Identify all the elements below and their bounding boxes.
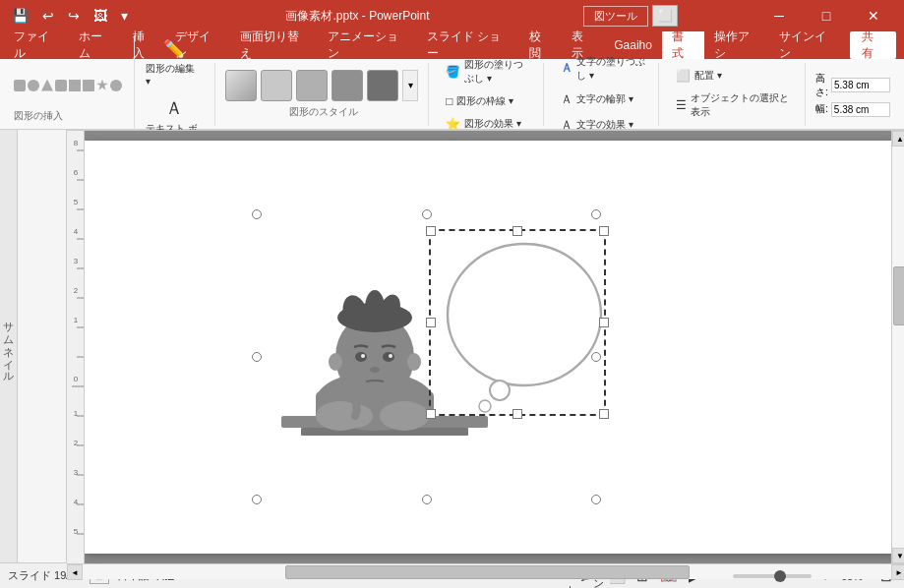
menu-help[interactable]: 操作アシ xyxy=(704,31,769,59)
scroll-left-button[interactable]: ◄ xyxy=(67,564,83,580)
svg-rect-69 xyxy=(390,406,424,421)
thumbnail-panel xyxy=(18,130,67,562)
close-button[interactable]: ✕ xyxy=(851,0,896,31)
handle-ml[interactable] xyxy=(252,352,262,362)
slide-canvas[interactable] xyxy=(85,131,891,563)
handle-tr[interactable] xyxy=(591,209,601,219)
svg-point-75 xyxy=(355,352,367,362)
content-area: 16 14 12 10 8 6 4 2 0 2 4 6 8 10 12 14 1… xyxy=(67,130,904,562)
titlebar-left: 💾 ↩ ↪ 🖼 ▾ xyxy=(8,4,132,28)
menu-transitions[interactable]: 画面切り替え xyxy=(230,31,318,59)
toolbar-group-wordart: Ａ 文字の塗りつぶし ▾ Ａ 文字の輪郭 ▾ Ａ 文字の効果 ▾ xyxy=(548,63,659,126)
menu-signin[interactable]: サインイン xyxy=(769,31,846,59)
handle-bm[interactable] xyxy=(422,495,432,504)
dropdown-icon[interactable]: ▾ xyxy=(117,4,132,28)
help-window-icon[interactable]: ⬜ xyxy=(652,5,678,27)
style-preset-2[interactable] xyxy=(261,70,292,101)
bubble-handle-ml[interactable] xyxy=(426,318,436,327)
bubble-handle-tm[interactable] xyxy=(512,226,522,236)
svg-point-84 xyxy=(490,381,510,400)
scroll-thumb-horizontal[interactable] xyxy=(285,565,690,579)
scroll-right-button[interactable]: ► xyxy=(891,564,904,580)
width-label: 幅: xyxy=(815,102,828,116)
bubble-handle-tr[interactable] xyxy=(599,226,609,236)
toolbar-group-size: 高さ: 幅: xyxy=(810,63,896,126)
svg-text:5: 5 xyxy=(74,198,79,206)
shape-outline-button[interactable]: □ 図形の枠線 ▾ xyxy=(439,91,537,111)
svg-text:0: 0 xyxy=(74,375,79,383)
svg-point-77 xyxy=(361,354,365,358)
menu-animations[interactable]: アニメーション xyxy=(318,31,417,59)
bubble-handle-bm[interactable] xyxy=(512,409,522,419)
svg-point-76 xyxy=(383,352,394,362)
selection-pane-button[interactable]: ☰ オブジェクトの選択と表示 xyxy=(669,88,799,122)
thought-bubble-container[interactable] xyxy=(429,229,606,416)
arrange-button[interactable]: ⬜ 配置 ▾ xyxy=(669,66,799,86)
menu-share[interactable]: 共有 xyxy=(850,31,896,59)
svg-text:3: 3 xyxy=(74,257,79,265)
bubble-handle-br[interactable] xyxy=(599,409,609,419)
titlebar: 💾 ↩ ↪ 🖼 ▾ 画像素材.pptx - PowerPoint 図ツール ⬜ … xyxy=(0,0,904,31)
main-row: 8 6 5 4 3 2 1 0 1 2 3 4 5 xyxy=(67,131,904,563)
scroll-thumb-vertical[interactable] xyxy=(893,266,904,325)
svg-point-78 xyxy=(389,354,392,358)
zu-tools-tab[interactable]: 図ツール xyxy=(583,6,648,27)
toolbar-group-arrange: ⬜ 配置 ▾ ☰ オブジェクトの選択と表示 xyxy=(663,63,806,126)
style-preset-3[interactable] xyxy=(296,70,328,101)
width-input[interactable] xyxy=(831,102,890,117)
titlebar-controls: ─ □ ✕ xyxy=(756,0,896,31)
bubble-handle-tl[interactable] xyxy=(426,226,436,236)
titlebar-title: 画像素材.pptx - PowerPoint xyxy=(132,8,583,25)
maximize-button[interactable]: □ xyxy=(804,0,849,31)
svg-text:1: 1 xyxy=(74,316,79,324)
svg-point-79 xyxy=(370,367,380,373)
height-label: 高さ: xyxy=(815,72,828,99)
text-fill-button[interactable]: Ａ 文字の塗りつぶし ▾ xyxy=(554,52,652,86)
style-preset-1[interactable] xyxy=(225,70,257,101)
height-input[interactable] xyxy=(831,78,890,92)
svg-text:8: 8 xyxy=(74,139,79,147)
undo-icon[interactable]: ↩ xyxy=(38,4,58,28)
zoom-thumb[interactable] xyxy=(774,570,786,582)
save-icon[interactable]: 💾 xyxy=(8,4,32,28)
scroll-up-button[interactable]: ▲ xyxy=(892,131,904,147)
toolbar-area: 図形の挿入 ✏️ 図形の編集 ▾ Ａ テキスト ボックス xyxy=(0,59,904,130)
redo-icon[interactable]: ↪ xyxy=(64,4,84,28)
svg-text:4: 4 xyxy=(74,498,79,506)
bubble-handle-bl[interactable] xyxy=(426,409,436,419)
main-area: サムネイル xyxy=(0,130,904,562)
scroll-track-vertical[interactable] xyxy=(892,147,904,548)
style-preset-5[interactable] xyxy=(367,70,398,101)
handle-tm[interactable] xyxy=(422,209,432,219)
svg-point-74 xyxy=(365,290,385,325)
scroll-down-button[interactable]: ▼ xyxy=(892,548,904,563)
svg-point-80 xyxy=(329,353,342,371)
toolbar-group-fill: 🪣 図形の塗りつぶし ▾ □ 図形の枠線 ▾ ⭐ 図形の効果 ▾ xyxy=(433,63,544,126)
svg-point-85 xyxy=(479,400,491,412)
handle-br[interactable] xyxy=(591,495,601,504)
text-outline-button[interactable]: Ａ 文字の輪郭 ▾ xyxy=(554,88,652,111)
shape-fill-button[interactable]: 🪣 図形の塗りつぶし ▾ xyxy=(439,55,537,88)
toolbar-group-style: ▾ 図形のスタイル xyxy=(219,63,429,126)
style-more-button[interactable]: ▾ xyxy=(402,70,418,101)
svg-text:2: 2 xyxy=(74,286,79,295)
svg-point-81 xyxy=(407,353,421,371)
zoom-track[interactable] xyxy=(733,574,812,578)
handle-tl[interactable] xyxy=(252,209,262,219)
bubble-handle-mr[interactable] xyxy=(599,318,609,327)
svg-text:5: 5 xyxy=(74,527,79,536)
left-panel: サムネイル xyxy=(0,130,67,562)
ribbon: ファイル ホーム 挿入 デザイン 画面切り替え アニメーション スライド ショー… xyxy=(0,31,904,130)
minimize-button[interactable]: ─ xyxy=(756,0,802,31)
handle-bl[interactable] xyxy=(252,495,262,504)
style-preset-4[interactable] xyxy=(331,70,363,101)
svg-text:2: 2 xyxy=(74,439,79,447)
thumbnail-label: サムネイル xyxy=(0,130,18,562)
screenshot-icon[interactable]: 🖼 xyxy=(90,4,111,28)
svg-text:3: 3 xyxy=(74,468,79,477)
menu-format[interactable]: 書式 xyxy=(662,31,704,59)
edit-shape-button[interactable]: ✏️ 図形の編集 ▾ xyxy=(139,35,209,89)
style-label: 図形のスタイル xyxy=(289,105,358,119)
svg-point-83 xyxy=(448,244,601,385)
vertical-scrollbar: ▲ ▼ xyxy=(891,131,904,563)
